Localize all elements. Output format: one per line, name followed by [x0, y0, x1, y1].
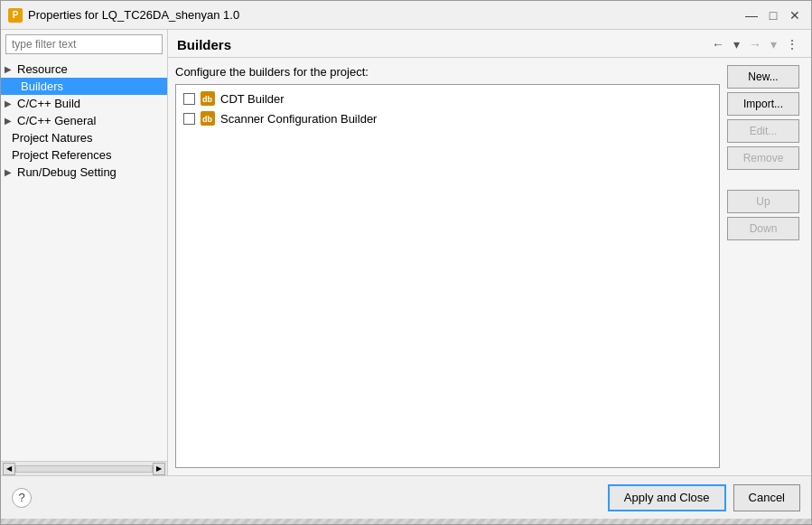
sidebar-item-builders[interactable]: Builders: [1, 78, 167, 95]
close-button[interactable]: ✕: [786, 6, 804, 24]
builder-checkbox-cdt[interactable]: [183, 93, 195, 105]
window-controls: — □ ✕: [742, 6, 804, 24]
stripe-decoration: [1, 519, 811, 524]
search-input[interactable]: [5, 34, 163, 54]
apply-close-button[interactable]: Apply and Close: [608, 484, 726, 511]
sidebar-item-project-references[interactable]: Project References: [1, 146, 167, 164]
content-area: ▶ Resource Builders ▶ C/C++ Build ▶ C/C+…: [1, 30, 811, 475]
forward-dropdown-button[interactable]: ▾: [767, 35, 780, 53]
chevron-icon: ▶: [5, 64, 14, 74]
remove-button[interactable]: Remove: [727, 146, 799, 170]
scrollbar-track[interactable]: [15, 465, 153, 473]
new-button[interactable]: New...: [727, 65, 799, 89]
sidebar: ▶ Resource Builders ▶ C/C++ Build ▶ C/C+…: [1, 30, 168, 475]
forward-button[interactable]: →: [745, 35, 765, 53]
up-button[interactable]: Up: [727, 190, 799, 213]
edit-button[interactable]: Edit...: [727, 119, 799, 143]
builder-checkbox-scanner[interactable]: [183, 113, 195, 125]
sidebar-tree: ▶ Resource Builders ▶ C/C++ Build ▶ C/C+…: [1, 59, 167, 461]
svg-text:db: db: [202, 115, 212, 124]
sidebar-item-cpp-build[interactable]: ▶ C/C++ Build: [1, 95, 167, 112]
sidebar-item-label: Project References: [12, 148, 112, 162]
svg-text:db: db: [202, 95, 212, 104]
down-button[interactable]: Down: [727, 217, 799, 240]
window-title: Properties for LQ_TC26DA_shenyan 1.0: [28, 8, 239, 22]
footer-left: ?: [12, 488, 32, 508]
builder-label-cdt: CDT Builder: [220, 92, 285, 106]
help-button[interactable]: ?: [12, 488, 32, 508]
builder-item-scanner[interactable]: db Scanner Configuration Builder: [180, 108, 715, 128]
sidebar-item-label: Builders: [21, 80, 63, 93]
builders-list: db CDT Builder db: [175, 84, 720, 468]
back-button[interactable]: ←: [708, 35, 728, 53]
menu-button[interactable]: ⋮: [782, 35, 802, 53]
sidebar-item-run-debug[interactable]: ▶ Run/Debug Setting: [1, 164, 167, 181]
minimize-button[interactable]: —: [742, 6, 761, 24]
scroll-right-button[interactable]: ▶: [153, 463, 165, 475]
back-dropdown-button[interactable]: ▾: [730, 35, 743, 53]
footer: ? Apply and Close Cancel: [1, 475, 811, 519]
sidebar-item-label: Resource: [17, 62, 68, 76]
main-area: Builders ← ▾ → ▾ ⋮ Configure the builder…: [168, 30, 811, 475]
sidebar-item-label: Run/Debug Setting: [17, 165, 117, 179]
title-bar: P Properties for LQ_TC26DA_shenyan 1.0 —…: [1, 1, 811, 30]
sidebar-item-label: Project Natures: [12, 131, 93, 145]
footer-right: Apply and Close Cancel: [608, 484, 800, 511]
sidebar-item-cpp-general[interactable]: ▶ C/C++ General: [1, 112, 167, 129]
maximize-button[interactable]: □: [764, 6, 782, 24]
header-icons: ← ▾ → ▾ ⋮: [708, 35, 802, 53]
buttons-panel: New... Import... Edit... Remove Up Down: [727, 65, 804, 468]
sidebar-item-project-natures[interactable]: Project Natures: [1, 129, 167, 146]
main-body: Configure the builders for the project: …: [168, 58, 811, 475]
sidebar-item-label: C/C++ Build: [17, 97, 80, 110]
properties-window: P Properties for LQ_TC26DA_shenyan 1.0 —…: [0, 0, 812, 525]
main-title: Builders: [177, 37, 231, 52]
builders-panel: Configure the builders for the project: …: [175, 65, 720, 468]
sidebar-item-resource[interactable]: ▶ Resource: [1, 61, 167, 78]
scanner-builder-icon: db: [201, 111, 215, 126]
chevron-icon: ▶: [5, 167, 14, 177]
title-bar-left: P Properties for LQ_TC26DA_shenyan 1.0: [8, 8, 239, 23]
builder-label-scanner: Scanner Configuration Builder: [220, 112, 377, 126]
builders-description: Configure the builders for the project:: [175, 65, 720, 79]
cdt-builder-icon: db: [201, 91, 215, 106]
builder-item-cdt[interactable]: db CDT Builder: [180, 89, 715, 108]
chevron-icon: ▶: [5, 116, 14, 126]
sidebar-item-label: C/C++ General: [17, 114, 96, 127]
import-button[interactable]: Import...: [727, 92, 799, 116]
scroll-left-button[interactable]: ◀: [3, 463, 15, 475]
window-icon: P: [8, 8, 23, 23]
sidebar-scrollbar: ◀ ▶: [1, 461, 167, 475]
main-header: Builders ← ▾ → ▾ ⋮: [168, 30, 811, 58]
chevron-icon: ▶: [5, 98, 14, 108]
cancel-button[interactable]: Cancel: [733, 484, 800, 511]
